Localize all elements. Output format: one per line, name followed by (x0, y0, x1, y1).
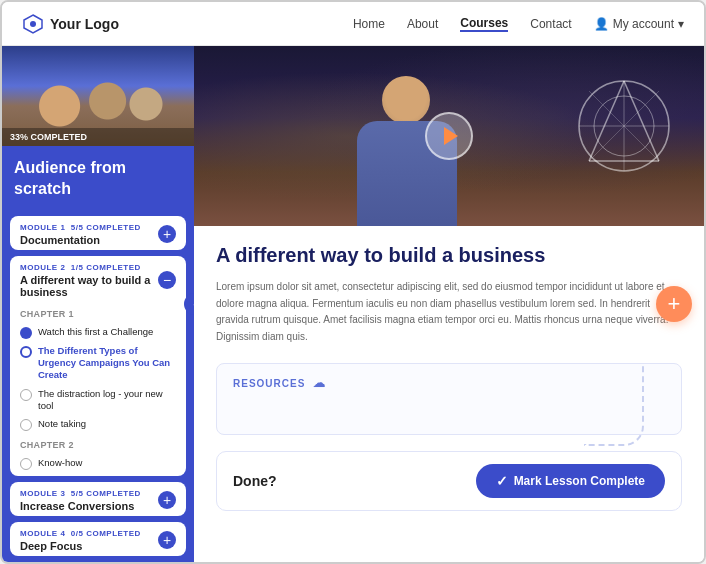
module-1-toggle[interactable]: + (158, 225, 176, 243)
module-3-info: Module 3 5/5 Completed Increase Conversi… (20, 489, 158, 512)
module-1: Module 1 5/5 Completed Documentation + (10, 216, 186, 250)
lesson-4[interactable]: Note taking (20, 415, 176, 434)
lesson-3-icon (20, 389, 32, 401)
module-3-label: Module 3 5/5 Completed (20, 489, 158, 498)
lesson-3[interactable]: The distraction log - your new tool (20, 385, 176, 416)
logo-icon (22, 13, 44, 35)
main-area: 33% COMPLETED Audience from scratch Modu… (2, 46, 704, 562)
module-2-info: Module 2 1/5 Completed A different way t… (20, 263, 158, 298)
resources-header: RESOURCES ☁ (233, 376, 665, 390)
module-3: Module 3 5/5 Completed Increase Conversi… (10, 482, 186, 516)
nav-links: Home About Courses Contact (353, 16, 572, 32)
module-3-title: Increase Conversions (20, 500, 158, 512)
app-wrapper: Your Logo Home About Courses Contact 👤 M… (0, 0, 706, 564)
content-area: A different way to build a business Lore… (194, 46, 704, 562)
checkmark-icon: ✓ (496, 473, 508, 489)
lesson-1[interactable]: Watch this first a Challenge (20, 323, 176, 342)
module-1-info: Module 1 5/5 Completed Documentation (20, 223, 158, 246)
video-hero (194, 46, 704, 226)
lesson-3-text: The distraction log - your new tool (38, 388, 176, 413)
module-2: Module 2 1/5 Completed A different way t… (10, 256, 186, 476)
nav-account[interactable]: 👤 My account ▾ (594, 17, 684, 31)
module-4-header[interactable]: Module 4 0/5 Completed Deep Focus + (10, 522, 186, 556)
mark-complete-label: Mark Lesson Complete (514, 474, 645, 488)
module-2-toggle[interactable]: − (158, 271, 176, 289)
geometry-illustration (574, 76, 674, 176)
resources-label: RESOURCES (233, 378, 305, 389)
mark-complete-button[interactable]: ✓ Mark Lesson Complete (476, 464, 665, 498)
nav-courses[interactable]: Courses (460, 16, 508, 32)
nav-about[interactable]: About (407, 17, 438, 31)
module-4-label: Module 4 0/5 Completed (20, 529, 158, 538)
top-nav: Your Logo Home About Courses Contact 👤 M… (2, 2, 704, 46)
module-4-title: Deep Focus (20, 540, 158, 552)
resources-content (233, 390, 665, 422)
course-title: Audience from scratch (2, 146, 194, 216)
module-1-title: Documentation (20, 234, 158, 246)
head-shape (382, 76, 430, 124)
lesson-4-text: Note taking (38, 418, 86, 430)
float-add-button[interactable]: + (656, 286, 692, 322)
lesson-2-icon (20, 346, 32, 358)
lesson-1-text: Watch this first a Challenge (38, 326, 153, 338)
upload-cloud-icon: ☁ (313, 376, 326, 390)
sidebar: 33% COMPLETED Audience from scratch Modu… (2, 46, 194, 562)
nav-contact[interactable]: Contact (530, 17, 571, 31)
nav-logo: Your Logo (22, 13, 119, 35)
progress-text: 33% COMPLETED (10, 132, 87, 142)
account-icon: 👤 (594, 17, 609, 31)
module-1-label: Module 1 5/5 Completed (20, 223, 158, 232)
lesson-2[interactable]: The Different Types of Urgency Campaigns… (20, 342, 176, 385)
progress-overlay: 33% COMPLETED (2, 128, 194, 146)
lesson-4-icon (20, 419, 32, 431)
module-4: Module 4 0/5 Completed Deep Focus + (10, 522, 186, 556)
chapter-1-label: Chapter 1 (20, 309, 176, 319)
lesson-5-text: Know-how (38, 457, 82, 469)
plus-icon: + (668, 291, 681, 317)
module-4-toggle[interactable]: + (158, 531, 176, 549)
module-2-content: Chapter 1 Watch this first a Challenge T… (10, 309, 186, 476)
done-label: Done? (233, 473, 277, 489)
play-icon (444, 127, 458, 145)
content-title: A different way to build a business (216, 244, 682, 267)
module-3-toggle[interactable]: + (158, 491, 176, 509)
lesson-2-text: The Different Types of Urgency Campaigns… (38, 345, 176, 382)
logo-text: Your Logo (50, 16, 119, 32)
module-2-label: Module 2 1/5 Completed (20, 263, 158, 272)
chapter-2-label: Chapter 2 (20, 440, 176, 450)
content-body: A different way to build a business Lore… (194, 226, 704, 537)
content-description: Lorem ipsum dolor sit amet, consectetur … (216, 279, 682, 345)
lesson-5-icon (20, 458, 32, 470)
module-3-header[interactable]: Module 3 5/5 Completed Increase Conversi… (10, 482, 186, 516)
module-2-header[interactable]: Module 2 1/5 Completed A different way t… (10, 256, 186, 303)
resources-section: RESOURCES ☁ (216, 363, 682, 435)
svg-point-1 (30, 21, 36, 27)
module-4-info: Module 4 0/5 Completed Deep Focus (20, 529, 158, 552)
play-button[interactable] (425, 112, 473, 160)
lesson-5[interactable]: Know-how (20, 454, 176, 473)
done-bar: Done? ✓ Mark Lesson Complete (216, 451, 682, 511)
module-2-title: A different way to build a business (20, 274, 158, 298)
account-label: My account (613, 17, 674, 31)
sidebar-thumbnail: 33% COMPLETED (2, 46, 194, 146)
lesson-1-icon (20, 327, 32, 339)
chevron-down-icon: ▾ (678, 17, 684, 31)
nav-home[interactable]: Home (353, 17, 385, 31)
module-1-header[interactable]: Module 1 5/5 Completed Documentation + (10, 216, 186, 250)
